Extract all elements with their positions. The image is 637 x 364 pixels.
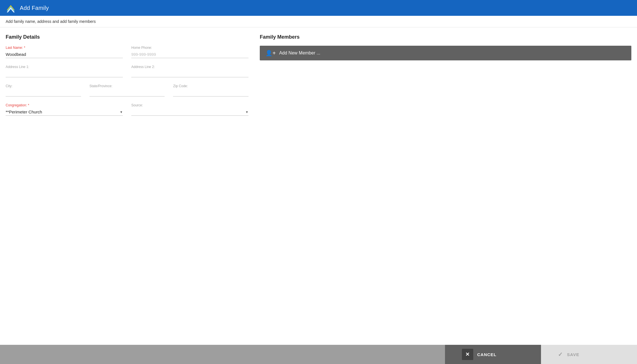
app-logo [6, 3, 16, 13]
family-members-section: Family Members 👤+ Add New Member ... [260, 34, 631, 338]
page-title: Add Family [20, 5, 49, 11]
city-input[interactable] [6, 89, 81, 97]
form-row-2: Address Line 1: Address Line 2: [6, 65, 248, 77]
address-line2-input[interactable] [131, 70, 248, 77]
form-row-1: Last Name: * Home Phone: [6, 46, 248, 58]
last-name-input[interactable] [6, 51, 123, 58]
congregation-select-wrapper: **Perimeter Church ▼ [6, 108, 123, 116]
state-label: State/Province: [90, 84, 165, 88]
city-field: City: [6, 84, 81, 97]
home-phone-field: Home Phone: [131, 46, 248, 58]
add-person-icon: 👤+ [265, 50, 276, 56]
family-details-title: Family Details [6, 34, 248, 40]
address-line1-field: Address Line 1: [6, 65, 123, 77]
save-label: SAVE [567, 352, 579, 357]
zip-field: Zip Code: [173, 84, 248, 97]
last-name-label: Last Name: * [6, 46, 123, 50]
congregation-label: Congregation: * [6, 103, 123, 107]
cancel-button[interactable]: ✕ CANCEL [445, 345, 541, 364]
source-field: Source: ▼ [131, 103, 248, 116]
save-button[interactable]: ✓ SAVE [541, 345, 637, 364]
source-label: Source: [131, 103, 248, 107]
state-field: State/Province: [90, 84, 165, 97]
add-member-label: Add New Member ... [279, 51, 320, 56]
cancel-label: CANCEL [477, 352, 497, 357]
home-phone-label: Home Phone: [131, 46, 248, 50]
address-line1-label: Address Line 1: [6, 65, 123, 69]
zip-label: Zip Code: [173, 84, 248, 88]
footer: ✕ CANCEL ✓ SAVE [0, 345, 637, 364]
main-content: Family Details Last Name: * Home Phone: … [0, 27, 637, 345]
city-label: City: [6, 84, 81, 88]
source-select-wrapper: ▼ [131, 108, 248, 116]
address-line2-field: Address Line 2: [131, 65, 248, 77]
form-row-3: City: State/Province: Zip Code: [6, 84, 248, 97]
family-members-title: Family Members [260, 34, 631, 40]
congregation-select[interactable]: **Perimeter Church [6, 108, 123, 115]
save-check-icon: ✓ [558, 351, 563, 358]
home-phone-input[interactable] [131, 51, 248, 58]
family-details-section: Family Details Last Name: * Home Phone: … [6, 34, 248, 338]
zip-input[interactable] [173, 89, 248, 97]
subtitle-bar: Add family name, address and add family … [0, 16, 637, 27]
state-input[interactable] [90, 89, 165, 97]
subtitle-text: Add family name, address and add family … [6, 19, 96, 24]
add-new-member-button[interactable]: 👤+ Add New Member ... [260, 46, 631, 60]
source-select[interactable] [131, 108, 248, 115]
address-line1-input[interactable] [6, 70, 123, 77]
footer-buttons: ✕ CANCEL ✓ SAVE [445, 345, 637, 364]
last-name-field: Last Name: * [6, 46, 123, 58]
form-row-4: Congregation: * **Perimeter Church ▼ Sou… [6, 103, 248, 116]
congregation-field: Congregation: * **Perimeter Church ▼ [6, 103, 123, 116]
app-header: Add Family [0, 0, 637, 16]
cancel-x-icon: ✕ [462, 349, 473, 360]
address-line2-label: Address Line 2: [131, 65, 248, 69]
